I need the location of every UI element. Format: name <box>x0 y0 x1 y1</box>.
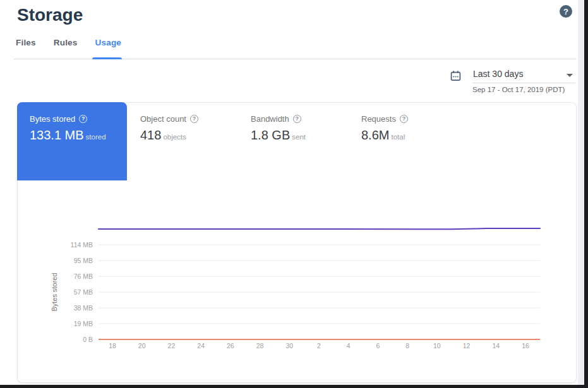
help-question-icon: ? <box>563 7 568 16</box>
x-tick-label: 8 <box>405 342 409 350</box>
x-tick-label: 4 <box>347 342 351 350</box>
date-range-underline <box>472 83 575 83</box>
stat-requests[interactable]: Requests ? 8.6Mtotal <box>361 114 408 143</box>
storage-usage-page: Storage ? Files Rules Usage Last 30 days… <box>0 0 588 388</box>
y-tick-label: 57 MB <box>74 288 93 296</box>
x-tick-label: 16 <box>522 342 529 350</box>
help-circle-icon[interactable]: ? <box>190 115 198 123</box>
x-tick-label: 24 <box>197 342 205 350</box>
scroll-gutter[interactable] <box>578 0 584 388</box>
y-tick-label: 95 MB <box>74 257 93 264</box>
x-tick-label: 20 <box>138 342 146 350</box>
y-tick-label: 38 MB <box>74 304 93 312</box>
calendar-icon <box>450 70 462 82</box>
series-line-bytes-stored <box>99 228 540 229</box>
tab-files[interactable]: Files <box>16 38 36 54</box>
stat-value: 418 <box>140 128 161 142</box>
window-edge-bottom <box>0 385 588 388</box>
stat-suffix: total <box>391 133 405 141</box>
tab-rules[interactable]: Rules <box>54 38 78 54</box>
stat-value: 8.6M <box>361 128 389 142</box>
stat-value: 1.8 GB <box>251 128 290 142</box>
stat-suffix: sent <box>292 133 306 141</box>
help-button[interactable]: ? <box>560 5 572 18</box>
x-tick-label: 12 <box>463 342 471 350</box>
y-axis-label: Bytes stored <box>51 273 58 311</box>
usage-chart: 114 MB95 MB76 MB57 MB38 MB19 MB0 B182022… <box>26 215 569 357</box>
stat-label: Requests <box>361 114 396 124</box>
y-tick-label: 114 MB <box>71 241 93 249</box>
y-tick-label: 19 MB <box>74 320 93 327</box>
tab-usage[interactable]: Usage <box>95 38 122 54</box>
date-range-select[interactable]: Last 30 days <box>473 69 523 79</box>
stat-label: Object count <box>140 114 186 124</box>
usage-card: Bytes stored ? 133.1 MBstored Object cou… <box>17 102 577 383</box>
chevron-down-icon[interactable] <box>567 74 573 77</box>
stat-suffix: stored <box>86 133 106 141</box>
x-tick-label: 2 <box>317 342 321 350</box>
x-tick-label: 26 <box>227 342 234 350</box>
stat-label: Bytes stored <box>30 114 75 124</box>
stat-object-count[interactable]: Object count ? 418objects <box>140 114 198 143</box>
x-tick-label: 6 <box>376 342 380 350</box>
window-edge-right <box>584 0 588 388</box>
page-title: Storage <box>17 5 83 25</box>
x-tick-label: 10 <box>433 342 441 350</box>
x-tick-label: 18 <box>109 342 116 350</box>
stat-value: 133.1 MB <box>30 128 84 142</box>
help-circle-icon[interactable]: ? <box>400 115 408 123</box>
stat-label: Bandwidth <box>251 114 289 124</box>
x-tick-label: 28 <box>256 342 264 350</box>
y-tick-label: 0 B <box>83 336 93 343</box>
x-tick-label: 22 <box>168 342 176 350</box>
date-range-detail: Sep 17 - Oct 17, 2019 (PDT) <box>472 86 565 93</box>
active-tab-indicator <box>92 57 122 59</box>
help-circle-icon[interactable]: ? <box>79 115 87 123</box>
stat-bytes-stored[interactable]: Bytes stored ? 133.1 MBstored <box>17 102 127 180</box>
y-tick-label: 76 MB <box>74 273 93 280</box>
x-tick-label: 14 <box>492 342 500 350</box>
stat-suffix: objects <box>163 133 186 141</box>
stat-bandwidth[interactable]: Bandwidth ? 1.8 GBsent <box>251 114 306 143</box>
tab-bar: Files Rules Usage <box>16 38 121 54</box>
x-tick-label: 30 <box>285 342 293 350</box>
help-circle-icon[interactable]: ? <box>293 115 301 123</box>
